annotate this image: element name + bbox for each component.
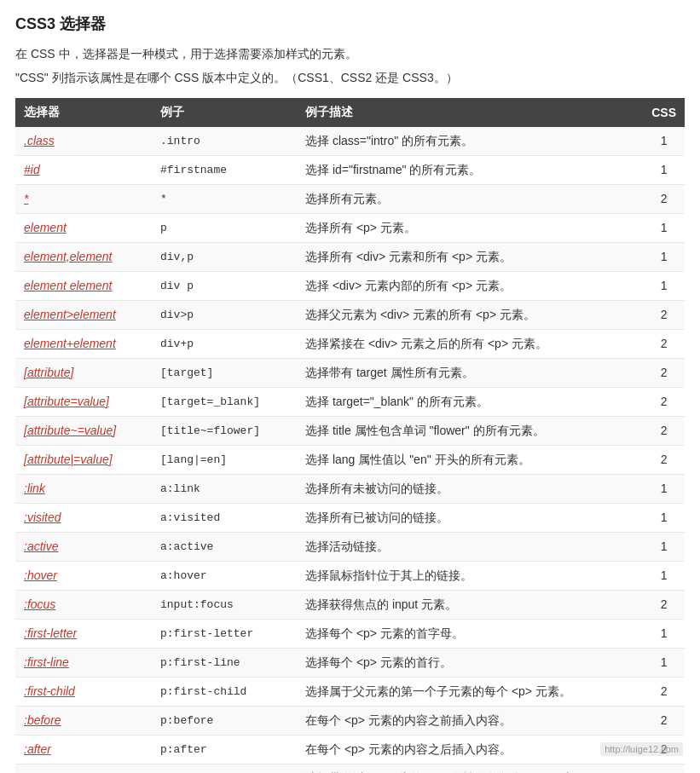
selector-cell: :hover bbox=[15, 561, 152, 590]
table-row: .class.intro选择 class="intro" 的所有元素。1 bbox=[15, 127, 685, 156]
table-row: :first-childp:first-child选择属于父元素的第一个子元素的… bbox=[15, 677, 685, 706]
selector-cell: element element bbox=[15, 271, 152, 300]
description-cell: 选择每个 <p> 元素的首行。 bbox=[297, 648, 643, 677]
selector-cell: element,element bbox=[15, 242, 152, 271]
table-row: :first-letterp:first-letter选择每个 <p> 元素的首… bbox=[15, 619, 685, 648]
example-cell: p:first-line bbox=[152, 648, 297, 677]
description-cell: 选择鼠标指针位于其上的链接。 bbox=[297, 561, 643, 590]
example-cell: p:first-child bbox=[152, 677, 297, 706]
example-cell: [lang|=en] bbox=[152, 445, 297, 474]
table-row: element+elementdiv+p选择紧接在 <div> 元素之后的所有 … bbox=[15, 329, 685, 358]
css-version-cell: 1 bbox=[643, 474, 685, 503]
css-version-cell: 2 bbox=[643, 445, 685, 474]
description-cell: 选择 class="intro" 的所有元素。 bbox=[297, 127, 643, 156]
example-cell: #firstname bbox=[152, 155, 297, 184]
table-row: [attribute|=value][lang|=en]选择 lang 属性值以… bbox=[15, 445, 685, 474]
css-version-cell: 1 bbox=[643, 648, 685, 677]
table-row: [attribute=value][target=_blank]选择 targe… bbox=[15, 387, 685, 416]
selector-cell: :first-child bbox=[15, 677, 152, 706]
col-header-description: 例子描述 bbox=[297, 98, 643, 127]
table-row: :linka:link选择所有未被访问的链接。1 bbox=[15, 474, 685, 503]
example-cell: p bbox=[152, 213, 297, 242]
example-cell: a:active bbox=[152, 532, 297, 561]
table-row: :activea:active选择活动链接。1 bbox=[15, 532, 685, 561]
example-cell: .intro bbox=[152, 127, 297, 156]
description-1: 在 CSS 中，选择器是一种模式，用于选择需要添加样式的元素。 bbox=[15, 44, 685, 63]
table-row: element,elementdiv,p选择所有 <div> 元素和所有 <p>… bbox=[15, 242, 685, 271]
description-cell: 选择 target="_blank" 的所有元素。 bbox=[297, 387, 643, 416]
css-version-cell: 1 bbox=[643, 561, 685, 590]
selector-cell: element+element bbox=[15, 329, 152, 358]
description-2: "CSS" 列指示该属性是在哪个 CSS 版本中定义的。（CSS1、CSS2 还… bbox=[15, 68, 685, 87]
description-cell: 选择属于父元素的第一个子元素的每个 <p> 元素。 bbox=[297, 677, 643, 706]
example-cell: input:focus bbox=[152, 590, 297, 619]
table-row: [attribute][target]选择带有 target 属性所有元素。2 bbox=[15, 358, 685, 387]
table-row: element>elementdiv>p选择父元素为 <div> 元素的所有 <… bbox=[15, 300, 685, 329]
table-row: [attribute~=value][title~=flower]选择 titl… bbox=[15, 416, 685, 445]
css-version-cell: 1 bbox=[643, 532, 685, 561]
description-cell: 选择所有 <p> 元素。 bbox=[297, 213, 643, 242]
css-version-cell: 2 bbox=[643, 300, 685, 329]
col-header-selector: 选择器 bbox=[15, 98, 152, 127]
example-cell: p:after bbox=[152, 735, 297, 764]
css-version-cell: 2 bbox=[643, 416, 685, 445]
table-row: :lang(language)p:lang(it)选择带有以 "it" 开头的 … bbox=[15, 764, 685, 773]
description-cell: 在每个 <p> 元素的内容之后插入内容。 bbox=[297, 735, 643, 764]
page-title: CSS3 选择器 bbox=[15, 14, 685, 34]
css-version-cell: 2 bbox=[643, 358, 685, 387]
example-cell: p:first-letter bbox=[152, 619, 297, 648]
table-row: **选择所有元素。2 bbox=[15, 184, 685, 213]
description-cell: 选择所有元素。 bbox=[297, 184, 643, 213]
description-cell: 选择获得焦点的 input 元素。 bbox=[297, 590, 643, 619]
selector-cell: [attribute~=value] bbox=[15, 416, 152, 445]
css-version-cell: 1 bbox=[643, 127, 685, 156]
selectors-table: 选择器 例子 例子描述 CSS .class.intro选择 class="in… bbox=[15, 98, 685, 773]
css-version-cell: 1 bbox=[643, 155, 685, 184]
description-cell: 选择 id="firstname" 的所有元素。 bbox=[297, 155, 643, 184]
css-version-cell: 1 bbox=[643, 503, 685, 532]
description-cell: 选择带有以 "it" 开头的 lang 属性值的每个 <p> 元素。 bbox=[297, 764, 643, 773]
table-row: :hovera:hover选择鼠标指针位于其上的链接。1 bbox=[15, 561, 685, 590]
example-cell: div+p bbox=[152, 329, 297, 358]
col-header-css: CSS bbox=[643, 98, 685, 127]
selector-cell: * bbox=[15, 184, 152, 213]
example-cell: p:before bbox=[152, 706, 297, 735]
selector-cell: .class bbox=[15, 127, 152, 156]
selector-cell: :focus bbox=[15, 590, 152, 619]
css-version-cell: 2 bbox=[643, 590, 685, 619]
selector-cell: element>element bbox=[15, 300, 152, 329]
selector-cell: :first-letter bbox=[15, 619, 152, 648]
col-header-example: 例子 bbox=[152, 98, 297, 127]
watermark: http://luige12.com bbox=[600, 742, 683, 756]
table-row: :first-linep:first-line选择每个 <p> 元素的首行。1 bbox=[15, 648, 685, 677]
table-row: :visiteda:visited选择所有已被访问的链接。1 bbox=[15, 503, 685, 532]
selector-cell: :before bbox=[15, 706, 152, 735]
example-cell: [target=_blank] bbox=[152, 387, 297, 416]
css-version-cell: 2 bbox=[643, 677, 685, 706]
css-version-cell: 1 bbox=[643, 619, 685, 648]
css-version-cell: 1 bbox=[643, 271, 685, 300]
description-cell: 选择带有 target 属性所有元素。 bbox=[297, 358, 643, 387]
selector-cell: [attribute] bbox=[15, 358, 152, 387]
css-version-cell: 1 bbox=[643, 213, 685, 242]
selector-cell: [attribute|=value] bbox=[15, 445, 152, 474]
example-cell: a:link bbox=[152, 474, 297, 503]
selector-cell: :after bbox=[15, 735, 152, 764]
table-row: element elementdiv p选择 <div> 元素内部的所有 <p>… bbox=[15, 271, 685, 300]
css-version-cell: 2 bbox=[643, 764, 685, 773]
example-cell: [target] bbox=[152, 358, 297, 387]
description-cell: 选择所有已被访问的链接。 bbox=[297, 503, 643, 532]
table-row: #id#firstname选择 id="firstname" 的所有元素。1 bbox=[15, 155, 685, 184]
table-header-row: 选择器 例子 例子描述 CSS bbox=[15, 98, 685, 127]
css-version-cell: 2 bbox=[643, 706, 685, 735]
selector-cell: :active bbox=[15, 532, 152, 561]
table-row: :focusinput:focus选择获得焦点的 input 元素。2 bbox=[15, 590, 685, 619]
description-cell: 选择 <div> 元素内部的所有 <p> 元素。 bbox=[297, 271, 643, 300]
css-version-cell: 2 bbox=[643, 184, 685, 213]
selector-cell: :lang(language) bbox=[15, 764, 152, 773]
table-row: :beforep:before在每个 <p> 元素的内容之前插入内容。2 bbox=[15, 706, 685, 735]
selector-cell: :visited bbox=[15, 503, 152, 532]
css-version-cell: 2 bbox=[643, 387, 685, 416]
description-cell: 选择 title 属性包含单词 "flower" 的所有元素。 bbox=[297, 416, 643, 445]
example-cell: a:visited bbox=[152, 503, 297, 532]
